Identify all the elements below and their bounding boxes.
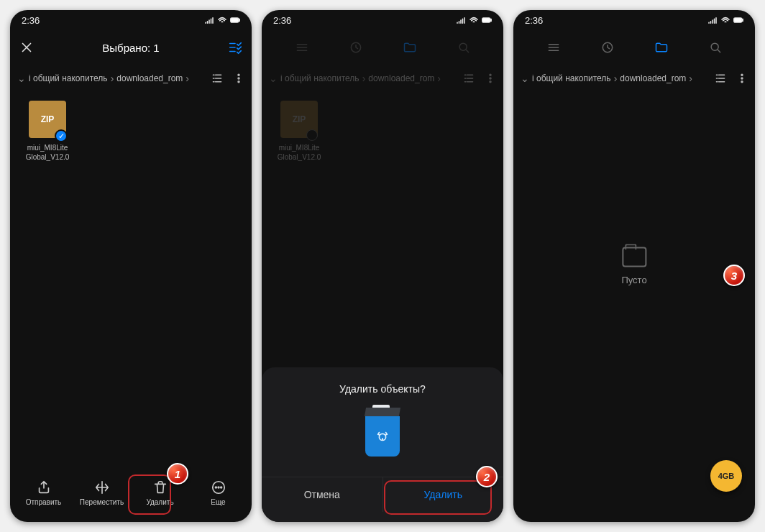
status-icons xyxy=(204,17,240,24)
chevron-right-icon: › xyxy=(614,73,618,84)
breadcrumb-seg-folder: downloaded_rom xyxy=(620,73,686,83)
storage-fab[interactable]: 4GB xyxy=(710,460,742,492)
svg-rect-0 xyxy=(231,18,239,22)
statusbar: 2:36 xyxy=(513,10,755,30)
send-button[interactable]: Отправить xyxy=(14,480,73,506)
svg-rect-1 xyxy=(239,19,239,21)
callout-step-badge: 3 xyxy=(723,265,745,286)
battery-icon xyxy=(230,17,240,24)
empty-folder-state: Пусто xyxy=(621,247,646,285)
svg-point-4 xyxy=(238,81,239,83)
chevron-right-icon: › xyxy=(111,73,114,84)
svg-rect-9 xyxy=(482,18,490,22)
chevron-right-icon: › xyxy=(689,73,692,84)
status-icons xyxy=(707,17,743,24)
cancel-button[interactable]: Отмена xyxy=(262,477,382,512)
signal-icon xyxy=(707,17,718,24)
file-grid: ZIP ✓ miui_MI8LiteGlobal_V12.0 xyxy=(10,92,252,170)
breadcrumb-seg-storage: i общий накопитель xyxy=(280,73,359,83)
wifi-icon xyxy=(469,17,479,24)
svg-point-15 xyxy=(490,81,491,83)
menu-icon xyxy=(295,40,309,55)
phone-screen-2: 2:36 ⌄ i общий накопитель › downloaded_r… xyxy=(262,10,503,522)
chevron-down-icon: ⌄ xyxy=(17,73,26,84)
svg-point-8 xyxy=(220,487,221,488)
callout-step-badge: 2 xyxy=(476,466,498,487)
statusbar: 2:36 xyxy=(10,10,252,30)
more-vertical-icon[interactable] xyxy=(233,73,244,84)
selection-count-label: Выбрано: 1 xyxy=(35,42,227,54)
search-tab[interactable] xyxy=(436,40,490,55)
svg-point-6 xyxy=(215,487,216,488)
recycle-bin-icon xyxy=(359,408,406,461)
sheet-title: Удалить объекты? xyxy=(262,383,503,395)
empty-label: Пусто xyxy=(621,275,646,285)
select-all-icon[interactable] xyxy=(227,40,243,55)
search-icon xyxy=(708,40,723,55)
svg-rect-17 xyxy=(742,19,743,21)
delete-confirm-sheet: Удалить объекты? Отмена Удалить xyxy=(262,367,503,522)
unselected-circle-icon xyxy=(306,129,318,141)
files-tab[interactable] xyxy=(634,40,688,55)
empty-folder-icon xyxy=(622,247,646,267)
breadcrumb[interactable]: ⌄ i общий накопитель › downloaded_rom › xyxy=(10,65,252,92)
breadcrumb-seg-folder: downloaded_rom xyxy=(116,73,183,83)
svg-point-14 xyxy=(490,78,491,79)
svg-point-20 xyxy=(741,74,743,75)
menu-icon xyxy=(546,40,561,55)
files-tab[interactable] xyxy=(382,40,436,55)
svg-point-12 xyxy=(459,43,467,50)
view-mode-icon[interactable] xyxy=(463,73,475,84)
breadcrumb[interactable]: ⌄ i общий накопитель › downloaded_rom › xyxy=(513,65,755,92)
trash-icon xyxy=(152,480,168,495)
recent-tab[interactable] xyxy=(580,40,634,55)
clock-icon xyxy=(600,40,615,55)
send-label: Отправить xyxy=(26,498,62,506)
move-label: Переместить xyxy=(80,498,124,506)
close-icon[interactable] xyxy=(19,40,35,55)
file-item[interactable]: ZIP miui_MI8LiteGlobal_V12.0 xyxy=(273,101,325,162)
more-button[interactable]: Еще xyxy=(189,480,247,506)
breadcrumb-seg-storage: i общий накопитель xyxy=(532,73,611,83)
phone-screen-3: 2:36 ⌄ i общий накопитель › downloaded_r… xyxy=(513,10,755,522)
breadcrumb-seg-folder: downloaded_rom xyxy=(368,73,434,83)
file-item[interactable]: ZIP ✓ miui_MI8LiteGlobal_V12.0 xyxy=(22,101,73,162)
status-time: 2:36 xyxy=(22,15,40,26)
wifi-icon xyxy=(720,17,730,24)
folder-icon xyxy=(654,40,669,55)
menu-tab[interactable] xyxy=(275,40,329,55)
svg-rect-10 xyxy=(490,19,491,21)
breadcrumb[interactable]: ⌄ i общий накопитель › downloaded_rom › xyxy=(262,65,503,92)
move-icon xyxy=(94,480,110,495)
battery-icon xyxy=(482,17,492,24)
status-time: 2:36 xyxy=(525,15,543,26)
sheet-actions: Отмена Удалить xyxy=(262,477,503,512)
chevron-right-icon: › xyxy=(185,73,189,84)
chevron-down-icon: ⌄ xyxy=(521,73,529,84)
file-name-label: miui_MI8LiteGlobal_V12.0 xyxy=(22,144,73,162)
chevron-right-icon: › xyxy=(362,73,366,84)
selected-checkmark-icon: ✓ xyxy=(55,129,68,142)
more-vertical-icon[interactable] xyxy=(485,73,496,84)
more-label: Еще xyxy=(211,498,225,506)
breadcrumb-seg-storage: i общий накопитель xyxy=(29,73,108,83)
wifi-icon xyxy=(217,17,227,24)
search-tab[interactable] xyxy=(688,40,742,55)
view-mode-icon[interactable] xyxy=(715,73,726,84)
signal-icon xyxy=(456,17,466,24)
recent-tab[interactable] xyxy=(329,40,382,55)
more-vertical-icon[interactable] xyxy=(736,73,748,84)
view-mode-icon[interactable] xyxy=(211,73,223,84)
move-button[interactable]: Переместить xyxy=(73,480,131,506)
svg-point-2 xyxy=(238,74,239,75)
statusbar: 2:36 xyxy=(262,10,503,30)
file-grid: ZIP miui_MI8LiteGlobal_V12.0 xyxy=(262,92,503,170)
menu-tab[interactable] xyxy=(526,40,580,55)
more-circle-icon xyxy=(211,480,226,495)
svg-point-19 xyxy=(711,43,718,50)
tabbar xyxy=(262,30,503,65)
file-name-label: miui_MI8LiteGlobal_V12.0 xyxy=(273,144,325,162)
svg-point-22 xyxy=(741,81,743,83)
chevron-down-icon: ⌄ xyxy=(269,73,278,84)
clock-icon xyxy=(349,40,363,55)
